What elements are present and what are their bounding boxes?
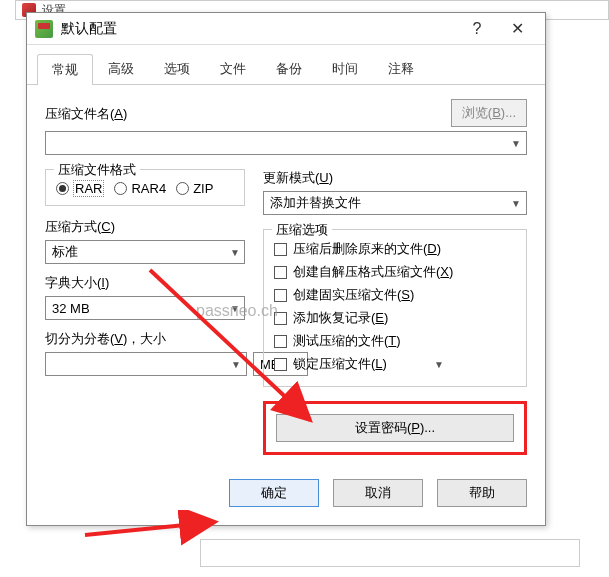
close-button[interactable]: ✕ bbox=[497, 15, 537, 43]
checkbox-label: 添加恢复记录(E) bbox=[293, 309, 388, 327]
cancel-button[interactable]: 取消 bbox=[333, 479, 423, 507]
compression-method-combo[interactable]: ▼ bbox=[45, 240, 245, 264]
archiving-options-group: 压缩选项 压缩后删除原来的文件(D)创建自解压格式压缩文件(X)创建固实压缩文件… bbox=[263, 229, 527, 387]
dictionary-size-label: 字典大小(I) bbox=[45, 274, 245, 292]
watermark-text: passneo.ch bbox=[196, 302, 278, 320]
checkbox-option-1[interactable]: 创建自解压格式压缩文件(X) bbox=[274, 263, 516, 281]
chevron-down-icon: ▼ bbox=[506, 198, 526, 209]
archive-name-label: 压缩文件名(A) bbox=[45, 105, 445, 123]
tab-backup[interactable]: 备份 bbox=[261, 53, 317, 84]
update-mode-combo[interactable]: ▼ bbox=[263, 191, 527, 215]
archive-name-combo[interactable]: ▼ bbox=[45, 131, 527, 155]
radio-icon bbox=[176, 182, 189, 195]
update-mode-value[interactable] bbox=[264, 196, 506, 211]
split-volumes-label: 切分为分卷(V)，大小 bbox=[45, 330, 245, 348]
checkbox-icon bbox=[274, 289, 287, 302]
checkbox-option-3[interactable]: 添加恢复记录(E) bbox=[274, 309, 516, 327]
checkbox-option-5[interactable]: 锁定压缩文件(L) bbox=[274, 355, 516, 373]
update-mode-label: 更新模式(U) bbox=[263, 169, 527, 187]
dialog-title: 默认配置 bbox=[61, 20, 457, 38]
checkbox-option-4[interactable]: 测试压缩的文件(T) bbox=[274, 332, 516, 350]
dialog-button-row: 确定 取消 帮助 bbox=[27, 465, 545, 525]
checkbox-option-0[interactable]: 压缩后删除原来的文件(D) bbox=[274, 240, 516, 258]
tab-general[interactable]: 常规 bbox=[37, 54, 93, 85]
radio-icon bbox=[56, 182, 69, 195]
tab-time[interactable]: 时间 bbox=[317, 53, 373, 84]
checkbox-icon bbox=[274, 266, 287, 279]
browse-button[interactable]: 浏览(B)... bbox=[451, 99, 527, 127]
checkbox-label: 压缩后删除原来的文件(D) bbox=[293, 240, 441, 258]
help-button[interactable]: ? bbox=[457, 15, 497, 43]
set-password-button[interactable]: 设置密码(P)... bbox=[276, 414, 514, 442]
checkbox-icon bbox=[274, 358, 287, 371]
checkbox-icon bbox=[274, 243, 287, 256]
radio-rar[interactable]: RAR bbox=[56, 180, 104, 197]
tab-options[interactable]: 选项 bbox=[149, 53, 205, 84]
winrar-dialog-icon bbox=[35, 20, 53, 38]
radio-zip[interactable]: ZIP bbox=[176, 180, 213, 197]
checkbox-option-2[interactable]: 创建固实压缩文件(S) bbox=[274, 286, 516, 304]
compression-method-value[interactable] bbox=[46, 245, 226, 260]
tab-comment[interactable]: 注释 bbox=[373, 53, 429, 84]
split-size-combo[interactable]: ▼ bbox=[45, 352, 247, 376]
dialog-titlebar: 默认配置 ? ✕ bbox=[27, 13, 545, 45]
archive-name-input[interactable] bbox=[46, 136, 506, 151]
checkbox-label: 测试压缩的文件(T) bbox=[293, 332, 401, 350]
checkbox-label: 创建固实压缩文件(S) bbox=[293, 286, 414, 304]
highlight-annotation: 设置密码(P)... bbox=[263, 401, 527, 455]
chevron-down-icon: ▼ bbox=[226, 359, 246, 370]
tab-content: 压缩文件名(A) 浏览(B)... ▼ 压缩文件格式 RAR bbox=[27, 85, 545, 465]
split-size-input[interactable] bbox=[46, 357, 226, 372]
background-bottom-fragment bbox=[200, 539, 580, 567]
archive-format-title: 压缩文件格式 bbox=[54, 161, 140, 179]
archiving-options-title: 压缩选项 bbox=[272, 221, 332, 239]
help-button-bottom[interactable]: 帮助 bbox=[437, 479, 527, 507]
archive-format-group: 压缩文件格式 RAR RAR4 ZIP bbox=[45, 169, 245, 206]
tab-files[interactable]: 文件 bbox=[205, 53, 261, 84]
chevron-down-icon: ▼ bbox=[506, 138, 526, 149]
default-profile-dialog: 默认配置 ? ✕ 常规 高级 选项 文件 备份 时间 注释 压缩文件名(A) 浏… bbox=[26, 12, 546, 526]
chevron-down-icon: ▼ bbox=[226, 247, 244, 258]
checkbox-label: 创建自解压格式压缩文件(X) bbox=[293, 263, 453, 281]
checkbox-icon bbox=[274, 335, 287, 348]
checkbox-label: 锁定压缩文件(L) bbox=[293, 355, 387, 373]
compression-method-label: 压缩方式(C) bbox=[45, 218, 245, 236]
ok-button[interactable]: 确定 bbox=[229, 479, 319, 507]
tab-strip: 常规 高级 选项 文件 备份 时间 注释 bbox=[27, 45, 545, 85]
tab-advanced[interactable]: 高级 bbox=[93, 53, 149, 84]
radio-icon bbox=[114, 182, 127, 195]
radio-rar4[interactable]: RAR4 bbox=[114, 180, 166, 197]
